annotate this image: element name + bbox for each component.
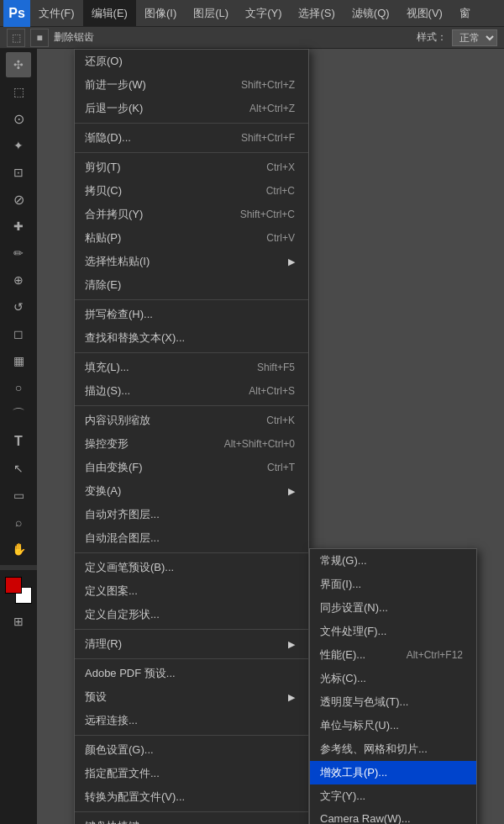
menu-item-define-pattern[interactable]: 定义图案... (75, 579, 308, 603)
style-select[interactable]: 正常 (452, 29, 497, 46)
tool-pen[interactable]: ⌒ (6, 402, 31, 427)
pref-item-transparency[interactable]: 透明度与色域(T)... (310, 690, 476, 714)
tool-healing[interactable]: ✚ (6, 214, 31, 239)
pref-item-cursors[interactable]: 光标(C)... (310, 667, 476, 690)
separator-1 (75, 123, 308, 124)
menu-view[interactable]: 视图(V) (398, 0, 451, 26)
color-swatches[interactable] (5, 577, 32, 604)
menu-file[interactable]: 文件(F) (30, 0, 83, 26)
tool-eraser[interactable]: ◻ (6, 321, 31, 346)
style-label: 样式： (417, 30, 447, 45)
pref-item-plugins[interactable]: 增效工具(P)... (310, 761, 476, 784)
menu-item-remote-connect[interactable]: 远程连接... (75, 709, 308, 732)
menu-item-convert-profile[interactable]: 转换为配置文件(V)... (75, 785, 308, 809)
toolbar-rect-icon[interactable]: ⬚ (7, 29, 25, 47)
menu-item-define-brush[interactable]: 定义画笔预设(B)... (75, 556, 308, 579)
menu-item-step-backward[interactable]: 后退一步(K)Alt+Ctrl+Z (75, 97, 308, 120)
pref-item-general[interactable]: 常规(G)... (310, 549, 476, 573)
menu-item-paste[interactable]: 粘贴(P)Ctrl+V (75, 226, 308, 250)
foreground-color-swatch[interactable] (5, 577, 22, 594)
menu-item-undo[interactable]: 还原(O) (75, 50, 308, 73)
tool-type[interactable]: T (6, 429, 31, 454)
menu-item-transform[interactable]: 变换(A)▶ (75, 479, 308, 503)
menu-item-keyboard-shortcuts[interactable]: 键盘快捷键... (75, 815, 308, 824)
menu-item-adobe-pdf[interactable]: Adobe PDF 预设... (75, 662, 308, 685)
toolbar-square-icon[interactable]: ■ (30, 29, 49, 47)
menu-item-copy[interactable]: 拷贝(C)Ctrl+C (75, 179, 308, 203)
separator-9 (75, 735, 308, 736)
menu-item-auto-blend[interactable]: 自动混合图层... (75, 526, 308, 550)
sidebar: ✣ ⬚ ⊙ ✦ ⊡ ⊘ ✚ ✏ ⊕ ↺ ◻ ▦ ○ ⌒ T ↖ ▭ ⌕ ✋ ⊞ (0, 49, 37, 824)
menu-item-assign-profile[interactable]: 指定配置文件... (75, 762, 308, 785)
pref-item-sync-settings[interactable]: 同步设置(N)... (310, 596, 476, 620)
pref-item-performance[interactable]: 性能(E)...Alt+Ctrl+F12 (310, 643, 476, 667)
menu-item-fill[interactable]: 填充(L)...Shift+F5 (75, 356, 308, 379)
menu-item-content-aware-scale[interactable]: 内容识别缩放Ctrl+K (75, 409, 308, 432)
menu-bar-items: 文件(F) 编辑(E) 图像(I) 图层(L) 文字(Y) 选择(S) 滤镜(Q… (30, 0, 479, 26)
menu-item-puppet-warp[interactable]: 操控变形Alt+Shift+Ctrl+0 (75, 432, 308, 456)
tool-magic-wand[interactable]: ✦ (6, 133, 31, 158)
separator-10 (75, 811, 308, 812)
menu-item-purge[interactable]: 清理(R)▶ (75, 632, 308, 656)
toolbar-row: ⬚ ■ 删除锯齿 样式： 正常 (0, 27, 504, 49)
menu-image[interactable]: 图像(I) (136, 0, 185, 26)
main-layout: ✣ ⬚ ⊙ ✦ ⊡ ⊘ ✚ ✏ ⊕ ↺ ◻ ▦ ○ ⌒ T ↖ ▭ ⌕ ✋ ⊞ … (0, 49, 504, 824)
pref-item-type[interactable]: 文字(Y)... (310, 784, 476, 808)
menu-item-color-settings[interactable]: 颜色设置(G)... (75, 738, 308, 762)
menu-bar: Ps 文件(F) 编辑(E) 图像(I) 图层(L) 文字(Y) 选择(S) 滤… (0, 0, 504, 27)
pref-item-interface[interactable]: 界面(I)... (310, 573, 476, 596)
edit-dropdown-menu: 还原(O) 前进一步(W)Shift+Ctrl+Z 后退一步(K)Alt+Ctr… (74, 49, 309, 824)
tool-history-brush[interactable]: ↺ (6, 294, 31, 320)
tool-shape[interactable]: ▭ (6, 483, 31, 508)
menu-text[interactable]: 文字(Y) (237, 0, 290, 26)
pref-item-camera-raw[interactable]: Camera Raw(W)... (310, 808, 476, 824)
tool-clone-stamp[interactable]: ⊕ (6, 267, 31, 293)
menu-item-cut[interactable]: 剪切(T)Ctrl+X (75, 156, 308, 179)
menu-item-stroke[interactable]: 描边(S)...Alt+Ctrl+S (75, 379, 308, 403)
menu-item-spellcheck[interactable]: 拼写检查(H)... (75, 303, 308, 326)
tool-extra[interactable]: ⊞ (6, 609, 31, 634)
app-logo: Ps (3, 0, 30, 27)
separator-2 (75, 152, 308, 153)
menu-item-free-transform[interactable]: 自由变换(F)Ctrl+T (75, 456, 308, 479)
separator-7 (75, 629, 308, 630)
tool-gradient[interactable]: ▦ (6, 348, 31, 373)
separator-6 (75, 552, 308, 553)
tool-dodge[interactable]: ○ (6, 375, 31, 400)
separator-4 (75, 352, 308, 353)
menu-item-auto-align[interactable]: 自动对齐图层... (75, 503, 308, 526)
separator-3 (75, 299, 308, 300)
menu-item-fade[interactable]: 渐隐(D)...Shift+Ctrl+F (75, 126, 308, 150)
menu-item-clear[interactable]: 清除(E) (75, 273, 308, 297)
tool-zoom[interactable]: ⌕ (6, 510, 31, 535)
menu-item-copy-merged[interactable]: 合并拷贝(Y)Shift+Ctrl+C (75, 203, 308, 226)
toolbar-remove-label: 删除锯齿 (54, 30, 94, 45)
edit-menu-dropdown: 还原(O) 前进一步(W)Shift+Ctrl+Z 后退一步(K)Alt+Ctr… (74, 49, 477, 824)
menu-item-preset[interactable]: 预设▶ (75, 685, 308, 709)
menu-window[interactable]: 窗 (451, 0, 479, 26)
menu-layer[interactable]: 图层(L) (185, 0, 237, 26)
preferences-submenu: 常规(G)... 界面(I)... 同步设置(N)... 文件处理(F)... … (309, 548, 477, 824)
menu-edit[interactable]: 编辑(E) (83, 0, 136, 26)
tool-move[interactable]: ✣ (6, 52, 31, 77)
menu-item-paste-special[interactable]: 选择性粘贴(I)▶ (75, 250, 308, 273)
menu-item-step-forward[interactable]: 前进一步(W)Shift+Ctrl+Z (75, 73, 308, 97)
pref-item-file-handling[interactable]: 文件处理(F)... (310, 620, 476, 643)
tool-eyedropper[interactable]: ⊘ (6, 187, 31, 212)
pref-item-guides-grid[interactable]: 参考线、网格和切片... (310, 737, 476, 761)
menu-item-define-custom-shape[interactable]: 定义自定形状... (75, 603, 308, 626)
tool-hand[interactable]: ✋ (6, 536, 31, 562)
tool-marquee[interactable]: ⬚ (6, 79, 31, 104)
tool-crop[interactable]: ⊡ (6, 160, 31, 185)
menu-filter[interactable]: 滤镜(Q) (344, 0, 398, 26)
pref-item-units-rulers[interactable]: 单位与标尺(U)... (310, 714, 476, 737)
separator-5 (75, 405, 308, 406)
menu-select[interactable]: 选择(S) (290, 0, 343, 26)
tool-lasso[interactable]: ⊙ (6, 106, 31, 131)
canvas-area: 还原(O) 前进一步(W)Shift+Ctrl+Z 后退一步(K)Alt+Ctr… (37, 49, 504, 824)
menu-item-find-replace[interactable]: 查找和替换文本(X)... (75, 326, 308, 350)
tool-brush[interactable]: ✏ (6, 240, 31, 266)
separator-8 (75, 658, 308, 659)
tool-path-select[interactable]: ↖ (6, 456, 31, 481)
